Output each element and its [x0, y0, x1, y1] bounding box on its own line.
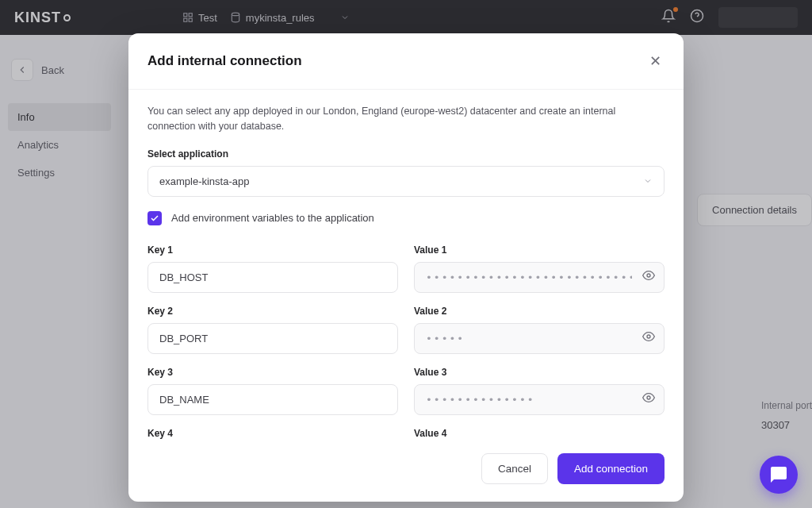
key1-label: Key 1	[147, 244, 398, 256]
select-application-dropdown[interactable]: example-kinsta-app	[147, 166, 665, 197]
close-icon[interactable]: ✕	[646, 49, 665, 73]
eye-icon[interactable]	[642, 269, 655, 285]
value3-input[interactable]	[414, 384, 665, 415]
value2-input[interactable]	[414, 323, 665, 354]
value1-input[interactable]	[414, 262, 665, 293]
svg-point-9	[647, 396, 650, 399]
eye-icon[interactable]	[642, 330, 655, 346]
add-env-vars-checkbox[interactable]	[147, 211, 162, 225]
svg-point-7	[647, 274, 650, 277]
key2-label: Key 2	[147, 306, 398, 317]
key4-label: Key 4	[147, 428, 398, 439]
chat-fab[interactable]	[760, 456, 798, 494]
env-vars-grid: Key 1 Value 1 Key 2 Value 2	[147, 240, 665, 440]
add-connection-button[interactable]: Add connection	[557, 453, 665, 484]
select-application-label: Select application	[147, 148, 665, 160]
cancel-button[interactable]: Cancel	[481, 453, 548, 484]
value3-label: Value 3	[414, 367, 665, 378]
key1-input[interactable]	[147, 262, 398, 293]
chevron-down-icon	[643, 176, 653, 186]
key3-input[interactable]	[147, 384, 398, 415]
add-connection-modal: Add internal connection ✕ You can select…	[128, 33, 684, 502]
add-env-vars-label: Add environment variables to the applica…	[171, 212, 374, 224]
select-application-value: example-kinsta-app	[159, 175, 249, 187]
modal-description: You can select any app deployed in our L…	[147, 104, 665, 134]
key2-input[interactable]	[147, 323, 398, 354]
value2-label: Value 2	[414, 306, 665, 317]
value1-label: Value 1	[414, 244, 665, 256]
svg-point-8	[647, 335, 650, 338]
key3-label: Key 3	[147, 367, 398, 378]
modal-title: Add internal connection	[147, 53, 302, 69]
value4-label: Value 4	[414, 428, 665, 439]
eye-icon[interactable]	[642, 391, 655, 407]
